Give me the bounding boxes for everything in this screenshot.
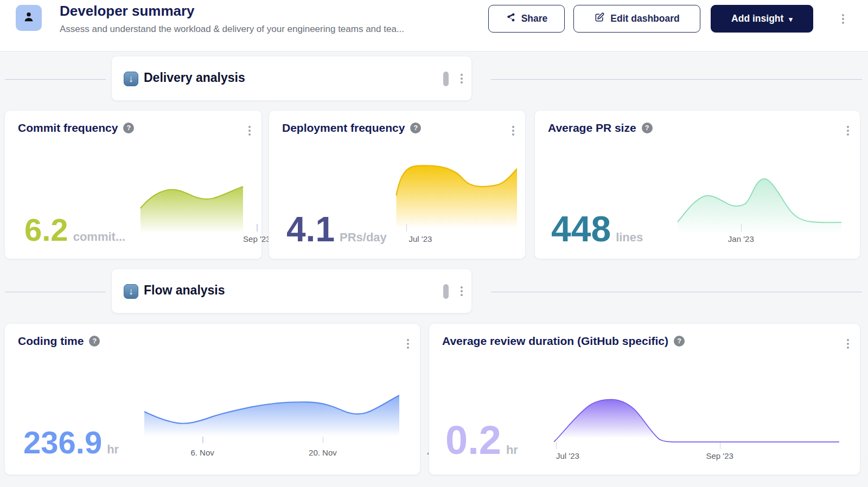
edit-dashboard-button-label: Edit dashboard: [610, 13, 679, 24]
metric-unit: hr: [107, 444, 119, 456]
share-icon: [506, 12, 516, 25]
x-axis-tick: [720, 443, 721, 449]
caret-down-icon: ▾: [789, 15, 793, 23]
x-axis-tick: [202, 437, 203, 443]
page-subtitle: Assess and understand the workload & del…: [60, 24, 404, 35]
header-overflow-menu[interactable]: [840, 12, 846, 26]
x-axis-tick: [406, 224, 407, 232]
card-title: Deployment frequency: [282, 121, 405, 134]
share-button[interactable]: Share: [488, 5, 565, 33]
x-axis-label: Sep '23: [243, 234, 270, 244]
section-divider-left: [5, 79, 106, 80]
review-duration-chart[interactable]: [554, 393, 839, 443]
section-drag-handle[interactable]: [443, 284, 449, 299]
commit-frequency-chart[interactable]: [136, 183, 243, 233]
help-icon[interactable]: ?: [410, 123, 421, 133]
metric-unit: PRs/day: [340, 232, 387, 244]
section-flow-analysis: ↓ Flow analysis: [111, 268, 472, 313]
deployment-frequency-chart[interactable]: [386, 162, 517, 229]
down-arrow-emoji-icon: ↓: [124, 284, 138, 299]
card-title: Commit frequency: [18, 121, 118, 134]
help-icon[interactable]: ?: [642, 123, 653, 133]
section-overflow-menu[interactable]: [458, 72, 465, 86]
x-axis-label: Jul '23: [556, 451, 579, 460]
dashboard-avatar: [16, 5, 42, 31]
x-axis-label: Jul '23: [409, 234, 432, 244]
card-overflow-menu[interactable]: [845, 124, 851, 138]
section-divider-right: [491, 79, 862, 80]
section-drag-handle[interactable]: [443, 72, 449, 86]
metric-unit: commit...: [73, 231, 126, 243]
card-commit-frequency: Commit frequency ? 6.2 commit... Sep '23: [4, 110, 262, 259]
metric-unit: hr: [506, 444, 518, 456]
card-deployment-frequency: Deployment frequency ? 4.1 PRs/day Jul '…: [269, 110, 526, 259]
add-insight-button-label: Add insight: [731, 13, 783, 24]
metric-value: 448: [551, 211, 611, 247]
card-title: Average review duration (GitHub specific…: [442, 335, 668, 348]
edit-dashboard-button[interactable]: Edit dashboard: [573, 5, 700, 33]
x-axis-tick: [556, 443, 557, 449]
help-icon[interactable]: ?: [674, 336, 685, 347]
help-icon[interactable]: ?: [123, 123, 134, 133]
x-axis-label: 6. Nov: [190, 448, 214, 457]
section-overflow-menu[interactable]: [458, 284, 465, 298]
card-overflow-menu[interactable]: [405, 337, 411, 351]
metric-unit: lines: [616, 232, 643, 244]
page-header: Developer summary Assess and understand …: [0, 0, 868, 52]
page-title: Developer summary: [60, 3, 195, 20]
x-axis-tick: [323, 437, 324, 443]
person-icon: [22, 10, 36, 26]
x-axis-label: Jan '23: [728, 234, 754, 244]
metric-value: 236.9: [23, 427, 102, 458]
x-axis-tick: [741, 224, 742, 232]
section-title: Flow analysis: [144, 283, 225, 298]
x-axis-label: 20. Nov: [309, 448, 337, 457]
x-axis-label: Sep '23: [706, 451, 733, 460]
x-axis-tick: [257, 224, 258, 232]
card-title: Average PR size: [548, 121, 636, 134]
metric-value: 4.1: [286, 212, 335, 247]
section-divider-right: [491, 292, 862, 292]
down-arrow-emoji-icon: ↓: [124, 72, 138, 86]
add-insight-button[interactable]: Add insight ▾: [711, 5, 813, 33]
help-icon[interactable]: ?: [89, 336, 100, 347]
card-overflow-menu[interactable]: [845, 337, 851, 351]
card-overflow-menu[interactable]: [510, 124, 516, 138]
coding-time-chart[interactable]: [144, 385, 399, 437]
section-title: Delivery analysis: [144, 71, 245, 85]
card-title: Coding time: [18, 335, 84, 348]
card-overflow-menu[interactable]: [246, 124, 253, 138]
metric-value: 0.2: [445, 420, 501, 460]
section-delivery-analysis: ↓ Delivery analysis: [111, 56, 472, 101]
share-button-label: Share: [521, 13, 548, 24]
average-pr-size-chart[interactable]: [676, 172, 841, 234]
card-coding-time: Coding time ? 236.9 hr 6. Nov 20. Nov 4.…: [4, 323, 420, 475]
card-average-review-duration: Average review duration (GitHub specific…: [429, 323, 860, 475]
metric-value: 6.2: [24, 214, 68, 246]
card-average-pr-size: Average PR size ? 448 lines Jan '23 Apr …: [534, 110, 860, 259]
section-divider-left: [5, 292, 106, 292]
edit-icon: [594, 12, 605, 25]
